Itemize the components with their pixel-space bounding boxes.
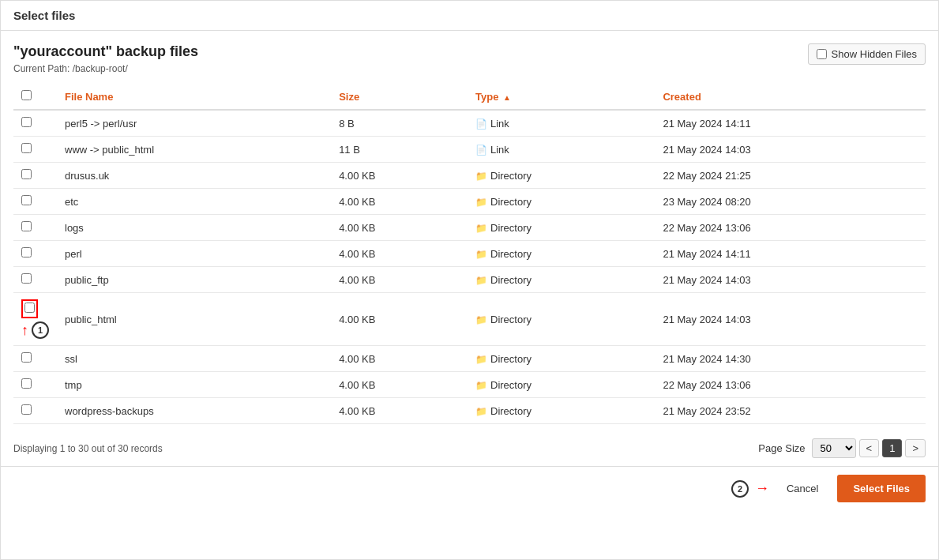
- file-name-link[interactable]: public_html: [65, 314, 117, 325]
- checkbox-cell: [13, 189, 57, 215]
- folder-icon: 📁: [475, 249, 487, 260]
- file-created-cell: 21 May 2024 14:03: [655, 137, 926, 163]
- folder-icon: 📁: [475, 354, 487, 365]
- show-hidden-button[interactable]: Show Hidden Files: [808, 43, 926, 65]
- file-type-cell: 📁Directory: [468, 372, 655, 398]
- file-name-cell: ssl: [57, 346, 331, 372]
- file-type-cell: 📁Directory: [468, 267, 655, 293]
- file-size-cell: 4.00 KB: [331, 215, 468, 241]
- file-name-link[interactable]: ssl: [65, 353, 77, 365]
- show-hidden-label: Show Hidden Files: [832, 48, 917, 60]
- file-created-cell: 21 May 2024 14:03: [655, 293, 926, 346]
- row-checkbox[interactable]: [21, 221, 32, 231]
- folder-icon: 📁: [475, 314, 487, 325]
- checkbox-cell: [13, 215, 57, 241]
- file-name-link[interactable]: tmp: [65, 379, 82, 391]
- checkbox-cell: [13, 372, 57, 398]
- file-created-cell: 21 May 2024 23:52: [655, 398, 926, 424]
- checkbox-cell: [13, 241, 57, 267]
- file-size-cell: 4.00 KB: [331, 163, 468, 189]
- row-checkbox[interactable]: [24, 303, 35, 313]
- row-checkbox[interactable]: [21, 273, 32, 284]
- dialog-container: Select files "youraccount" backup files …: [0, 0, 939, 560]
- file-created-cell: 22 May 2024 13:06: [655, 372, 926, 398]
- file-type-cell: 📄Link: [468, 110, 655, 137]
- row-checkbox[interactable]: [21, 169, 32, 179]
- file-name-link[interactable]: wordpress-backups: [65, 405, 154, 417]
- file-created-cell: 22 May 2024 21:25: [655, 163, 926, 189]
- file-type-cell: 📁Directory: [468, 189, 655, 215]
- file-name-link[interactable]: logs: [65, 222, 84, 234]
- file-name-cell: www -> public_html: [57, 137, 331, 163]
- file-type-cell: 📁Directory: [468, 241, 655, 267]
- file-size-cell: 4.00 KB: [331, 398, 468, 424]
- file-type-cell: 📄Link: [468, 137, 655, 163]
- file-name-link[interactable]: drusus.uk: [65, 170, 109, 182]
- row-checkbox[interactable]: [21, 404, 32, 415]
- show-hidden-checkbox[interactable]: [817, 49, 827, 59]
- pagination-controls: Page Size 10 25 50 100 < 1 >: [758, 438, 926, 458]
- annotation-1-arrow: ↑: [21, 322, 28, 339]
- annotation-2-circle: 2: [731, 480, 749, 498]
- row-checkbox[interactable]: [21, 247, 32, 257]
- file-name-link[interactable]: perl5 -> perl/usr: [65, 118, 137, 130]
- header-created: Created: [655, 84, 926, 110]
- page-size-select[interactable]: 10 25 50 100: [812, 438, 856, 458]
- backup-title: "youraccount" backup files: [13, 43, 198, 60]
- file-created-cell: 23 May 2024 08:20: [655, 189, 926, 215]
- page-1-button[interactable]: 1: [882, 439, 902, 457]
- file-name-cell: wordpress-backups: [57, 398, 331, 424]
- page-prev-button[interactable]: <: [859, 439, 880, 457]
- table-row: public_ftp4.00 KB📁Directory21 May 2024 1…: [13, 267, 926, 293]
- table-row: perl5 -> perl/usr8 B📄Link21 May 2024 14:…: [13, 110, 926, 137]
- file-name-cell: perl5 -> perl/usr: [57, 110, 331, 137]
- row-checkbox[interactable]: [21, 117, 32, 127]
- folder-icon: 📁: [475, 380, 487, 391]
- file-name-cell: public_html: [57, 293, 331, 346]
- table-row: www -> public_html11 B📄Link21 May 2024 1…: [13, 137, 926, 163]
- checkbox-cell: [13, 137, 57, 163]
- table-header: File Name Size Type ▲ Created: [13, 84, 926, 110]
- file-size-cell: 4.00 KB: [331, 189, 468, 215]
- current-path: Current Path: /backup-root/: [13, 63, 198, 74]
- file-name-link[interactable]: public_ftp: [65, 274, 109, 286]
- file-name-link[interactable]: perl: [65, 248, 82, 260]
- table-row: tmp4.00 KB📁Directory22 May 2024 13:06: [13, 372, 926, 398]
- displaying-text: Displaying 1 to 30 out of 30 records: [13, 443, 163, 454]
- checkbox-cell: [13, 346, 57, 372]
- backup-info: "youraccount" backup files Current Path:…: [13, 43, 198, 84]
- file-name-cell: logs: [57, 215, 331, 241]
- table-row: wordpress-backups4.00 KB📁Directory21 May…: [13, 398, 926, 424]
- row-checkbox[interactable]: [21, 143, 32, 153]
- file-size-cell: 4.00 KB: [331, 267, 468, 293]
- table-row: drusus.uk4.00 KB📁Directory22 May 2024 21…: [13, 163, 926, 189]
- file-name-cell: etc: [57, 189, 331, 215]
- sort-icon: ▲: [503, 93, 511, 102]
- annotation-1-circle: 1: [32, 321, 49, 339]
- row-checkbox[interactable]: [21, 352, 32, 363]
- header-type[interactable]: Type ▲: [468, 84, 655, 110]
- file-size-cell: 4.00 KB: [331, 241, 468, 267]
- page-header: Select files: [1, 1, 938, 31]
- file-type-cell: 📁Directory: [468, 293, 655, 346]
- table-row: perl4.00 KB📁Directory21 May 2024 14:11: [13, 241, 926, 267]
- file-name-link[interactable]: www -> public_html: [65, 144, 154, 156]
- header-size: Size: [331, 84, 468, 110]
- header-filename: File Name: [57, 84, 331, 110]
- file-size-cell: 11 B: [331, 137, 468, 163]
- row-checkbox[interactable]: [21, 195, 32, 205]
- row-checkbox[interactable]: [21, 378, 32, 389]
- file-type-cell: 📁Directory: [468, 163, 655, 189]
- file-size-cell: 8 B: [331, 110, 468, 137]
- select-files-button[interactable]: Select Files: [837, 475, 926, 502]
- file-name-link[interactable]: etc: [65, 196, 78, 208]
- file-created-cell: 21 May 2024 14:11: [655, 110, 926, 137]
- file-name-cell: perl: [57, 241, 331, 267]
- header-select-all-cell: [13, 84, 57, 110]
- cancel-button[interactable]: Cancel: [776, 476, 829, 501]
- file-size-cell: 4.00 KB: [331, 372, 468, 398]
- page-next-button[interactable]: >: [905, 439, 926, 457]
- file-size-cell: 4.00 KB: [331, 293, 468, 346]
- select-all-checkbox[interactable]: [21, 90, 32, 100]
- file-type-cell: 📁Directory: [468, 346, 655, 372]
